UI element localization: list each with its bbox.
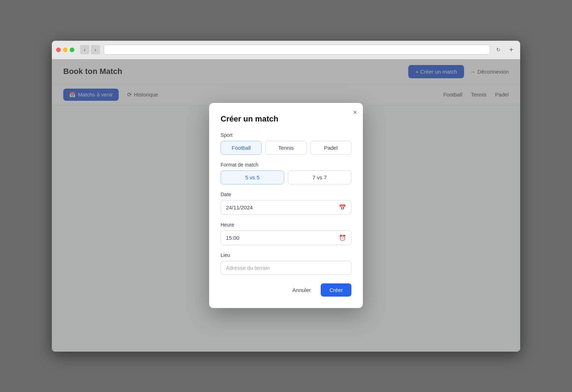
- new-tab-button[interactable]: +: [507, 45, 516, 54]
- format-buttons: 5 vs 5 7 vs 7: [221, 170, 351, 184]
- reload-button[interactable]: ↻: [494, 45, 503, 54]
- back-button[interactable]: ‹: [80, 45, 89, 54]
- modal-actions: Annuler Créer: [221, 283, 351, 297]
- sport-padel-button[interactable]: Padel: [310, 141, 351, 155]
- lieu-input[interactable]: [221, 261, 351, 275]
- format-7vs7-button[interactable]: 7 vs 7: [288, 170, 351, 184]
- sport-label: Sport: [221, 132, 351, 138]
- sport-group: Sport Football Tennis Padel: [221, 132, 351, 155]
- modal-title: Créer un match: [221, 114, 351, 124]
- modal-overlay: × Créer un match Sport Football Tennis P…: [52, 59, 520, 352]
- clock-icon: ⏰: [339, 234, 346, 241]
- date-group: Date 24/11/2024 📅: [221, 192, 351, 215]
- sport-football-button[interactable]: Football: [221, 141, 262, 155]
- traffic-lights: [56, 48, 74, 52]
- date-value: 24/11/2024: [226, 204, 253, 210]
- close-traffic-light[interactable]: [56, 48, 61, 52]
- browser-window: ‹ › ↻ + Book ton Match + Créer un match …: [52, 41, 520, 352]
- heure-value: 15:00: [226, 235, 240, 241]
- heure-input[interactable]: 15:00 ⏰: [221, 230, 351, 245]
- title-bar: ‹ › ↻ +: [52, 41, 520, 59]
- browser-nav-buttons: ‹ ›: [80, 45, 100, 54]
- annuler-button[interactable]: Annuler: [287, 283, 317, 297]
- heure-label: Heure: [221, 222, 351, 228]
- lieu-label: Lieu: [221, 252, 351, 258]
- lieu-group: Lieu: [221, 252, 351, 275]
- creer-button[interactable]: Créer: [321, 283, 351, 297]
- heure-group: Heure 15:00 ⏰: [221, 222, 351, 245]
- format-5vs5-button[interactable]: 5 vs 5: [221, 170, 284, 184]
- app-content: Book ton Match + Créer un match → Déconn…: [52, 59, 520, 352]
- calendar-input-icon: 📅: [339, 204, 346, 211]
- maximize-traffic-light[interactable]: [70, 48, 74, 52]
- format-group: Format de match 5 vs 5 7 vs 7: [221, 162, 351, 184]
- modal-close-button[interactable]: ×: [353, 109, 357, 116]
- date-label: Date: [221, 192, 351, 197]
- date-input[interactable]: 24/11/2024 📅: [221, 200, 351, 215]
- format-label: Format de match: [221, 162, 351, 168]
- sport-tennis-button[interactable]: Tennis: [265, 141, 306, 155]
- modal-creer-match: × Créer un match Sport Football Tennis P…: [209, 103, 363, 308]
- minimize-traffic-light[interactable]: [63, 48, 68, 52]
- sport-buttons: Football Tennis Padel: [221, 141, 351, 155]
- forward-button[interactable]: ›: [91, 45, 100, 54]
- url-bar[interactable]: [104, 45, 490, 55]
